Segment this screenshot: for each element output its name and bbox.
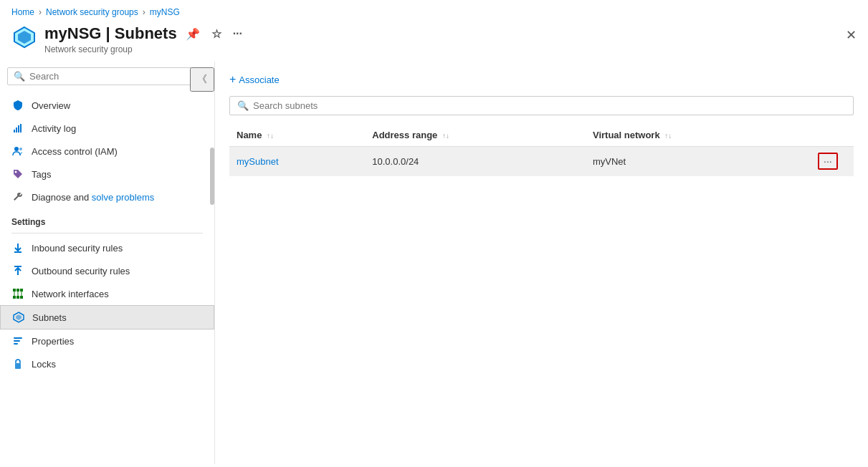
svg-rect-3 [14,130,15,133]
sidebar-item-activity-log-label: Activity log [32,123,76,134]
sidebar-item-outbound-label: Outbound security rules [32,266,130,276]
sidebar-item-properties-label: Properties [32,336,74,347]
page-subtitle: Network security group [44,44,857,54]
sidebar-item-diagnose[interactable]: Diagnose and solve problems [0,186,214,208]
breadcrumb-home[interactable]: Home [11,7,34,17]
breadcrumb-sep-2: › [143,7,146,17]
svg-rect-5 [18,125,19,133]
wrench-icon [11,191,24,203]
sidebar-item-inbound-label: Inbound security rules [32,243,123,254]
settings-section-label: Settings [0,208,214,230]
sidebar-item-tags[interactable]: Tags [0,163,214,186]
outbound-icon [11,264,24,277]
col-actions [811,124,854,147]
content-toolbar: + Associate [229,73,854,86]
table-header: Name ↑↓ Address range ↑↓ Virtual network… [229,124,854,147]
sidebar-item-locks-label: Locks [32,359,56,370]
sidebar-item-tags-label: Tags [32,169,51,180]
sidebar-item-properties[interactable]: Properties [0,329,214,352]
sidebar-item-locks[interactable]: Locks [0,352,214,375]
properties-icon [11,334,24,347]
svg-marker-24 [16,314,22,320]
svg-rect-28 [15,363,21,369]
col-vnet-sort-icon: ↑↓ [664,132,672,140]
svg-point-7 [14,147,19,151]
nsg-icon [11,24,37,50]
page-title: myNSG | Subnets 📌 ☆ ··· [44,24,857,43]
breadcrumb-nsg[interactable]: Network security groups [46,7,138,17]
col-name[interactable]: Name ↑↓ [229,124,365,147]
cell-virtual-network: myVNet [586,147,811,176]
search-input[interactable] [29,71,201,82]
sidebar-search-box[interactable]: 🔍 [7,67,207,85]
svg-rect-19 [20,296,23,299]
sidebar-item-outbound[interactable]: Outbound security rules [0,259,214,282]
content-search-icon: 🔍 [237,100,249,111]
svg-rect-6 [20,124,22,133]
col-address-sort-icon: ↑↓ [442,132,449,140]
pin-icon[interactable]: 📌 [183,26,203,42]
inbound-icon [11,241,24,254]
col-vnet-label: Virtual network [593,130,660,140]
network-icon [11,287,24,300]
sidebar-item-subnets[interactable]: Subnets [0,305,214,329]
header-more-icon[interactable]: ··· [230,26,245,42]
subnet-name-link[interactable]: mySubnet [237,156,279,167]
table-row[interactable]: mySubnet 10.0.0.0/24 myVNet ··· [229,147,854,176]
table-body: mySubnet 10.0.0.0/24 myVNet ··· [229,147,854,176]
breadcrumb-sep-1: › [39,7,42,17]
cell-name: mySubnet [229,147,365,176]
cell-address-range: 10.0.0.0/24 [365,147,586,176]
page-header: myNSG | Subnets 📌 ☆ ··· Network security… [0,21,868,62]
svg-rect-27 [14,343,18,345]
sidebar-item-inbound[interactable]: Inbound security rules [0,236,214,259]
people-icon [11,145,24,158]
favorite-icon[interactable]: ☆ [209,26,224,42]
breadcrumb-mynsg: myNSG [150,7,180,17]
sidebar-search-container: 🔍 [0,62,214,91]
col-virtual-network[interactable]: Virtual network ↑↓ [586,124,811,147]
sidebar-item-network-interfaces-label: Network interfaces [32,289,109,299]
svg-rect-25 [14,337,22,339]
svg-rect-15 [16,289,19,292]
collapse-sidebar-button[interactable]: 《 [190,67,214,92]
sidebar-item-iam-label: Access control (IAM) [32,146,118,157]
col-name-sort-icon: ↑↓ [267,132,274,140]
sidebar-scrollbar [210,148,214,205]
col-address-range[interactable]: Address range ↑↓ [365,124,586,147]
sidebar-item-diagnose-label: Diagnose and solve problems [32,192,154,203]
settings-section: Settings [0,208,214,234]
sidebar-item-iam[interactable]: Access control (IAM) [0,140,214,163]
svg-rect-4 [16,127,17,133]
search-icon: 🔍 [14,71,25,82]
tag-icon [11,168,24,180]
close-button[interactable]: ✕ [846,27,857,43]
sidebar-item-network-interfaces[interactable]: Network interfaces [0,282,214,305]
page-title-text: myNSG | Subnets [44,24,177,43]
col-address-range-label: Address range [372,130,437,140]
associate-button[interactable]: + Associate [229,73,280,86]
content-area: + Associate 🔍 Name ↑↓ Address range ↑↓ [215,62,868,464]
subnets-table: Name ↑↓ Address range ↑↓ Virtual network… [229,124,854,176]
table-header-row: Name ↑↓ Address range ↑↓ Virtual network… [229,124,854,147]
content-search-input[interactable] [253,100,846,111]
col-name-label: Name [237,130,262,140]
plus-icon: + [229,73,236,86]
sidebar-item-subnets-label: Subnets [32,312,67,323]
breadcrumb: Home › Network security groups › myNSG [0,0,868,21]
shield-icon [11,99,24,112]
sidebar-item-overview[interactable]: Overview [0,94,214,117]
settings-divider [11,233,203,234]
header-title-block: myNSG | Subnets 📌 ☆ ··· Network security… [44,24,857,54]
content-search-box[interactable]: 🔍 [229,96,854,115]
sidebar-item-overview-label: Overview [32,100,70,111]
sidebar: 🔍 《 Overview [0,62,215,464]
sidebar-nav: Overview Activity log [0,91,214,464]
locks-icon [11,357,24,370]
cell-actions: ··· [811,147,854,176]
row-more-button[interactable]: ··· [818,153,838,170]
activity-icon [11,122,24,135]
svg-rect-17 [13,296,16,299]
sidebar-item-activity-log[interactable]: Activity log [0,117,214,140]
svg-rect-16 [20,289,23,292]
